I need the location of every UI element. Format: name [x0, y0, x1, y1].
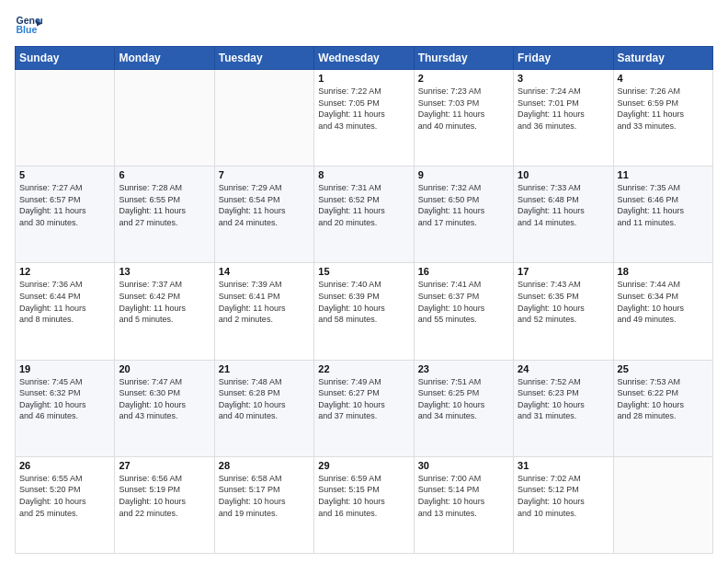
day-info: Sunrise: 6:56 AM Sunset: 5:19 PM Dayligh…: [119, 473, 210, 519]
calendar-table: SundayMondayTuesdayWednesdayThursdayFrid…: [15, 46, 713, 554]
day-info: Sunrise: 7:00 AM Sunset: 5:14 PM Dayligh…: [418, 473, 509, 519]
calendar-cell: 27Sunrise: 6:56 AM Sunset: 5:19 PM Dayli…: [115, 456, 214, 553]
calendar-cell: 31Sunrise: 7:02 AM Sunset: 5:12 PM Dayli…: [514, 456, 613, 553]
calendar-cell: 16Sunrise: 7:41 AM Sunset: 6:37 PM Dayli…: [414, 263, 513, 360]
day-number: 28: [219, 460, 310, 471]
day-number: 20: [119, 363, 210, 374]
day-number: 1: [318, 73, 409, 84]
day-info: Sunrise: 7:29 AM Sunset: 6:54 PM Dayligh…: [219, 182, 310, 228]
calendar-cell: 28Sunrise: 6:58 AM Sunset: 5:17 PM Dayli…: [214, 456, 313, 553]
day-info: Sunrise: 7:27 AM Sunset: 6:57 PM Dayligh…: [19, 182, 110, 228]
day-info: Sunrise: 7:35 AM Sunset: 6:46 PM Dayligh…: [618, 182, 709, 228]
day-number: 13: [119, 266, 210, 277]
day-info: Sunrise: 7:40 AM Sunset: 6:39 PM Dayligh…: [318, 279, 409, 325]
calendar-cell: 1Sunrise: 7:22 AM Sunset: 7:05 PM Daylig…: [314, 70, 414, 167]
calendar-cell: 5Sunrise: 7:27 AM Sunset: 6:57 PM Daylig…: [16, 167, 115, 263]
day-number: 9: [418, 169, 509, 180]
day-number: 2: [418, 73, 509, 84]
calendar-cell: 26Sunrise: 6:55 AM Sunset: 5:20 PM Dayli…: [16, 456, 115, 553]
day-number: 25: [618, 363, 709, 374]
day-info: Sunrise: 7:23 AM Sunset: 7:03 PM Dayligh…: [418, 86, 509, 132]
calendar-week-5: 26Sunrise: 6:55 AM Sunset: 5:20 PM Dayli…: [16, 456, 713, 553]
weekday-header-row: SundayMondayTuesdayWednesdayThursdayFrid…: [16, 47, 713, 70]
day-info: Sunrise: 7:24 AM Sunset: 7:01 PM Dayligh…: [518, 86, 609, 132]
calendar-cell: 24Sunrise: 7:52 AM Sunset: 6:23 PM Dayli…: [514, 360, 613, 456]
day-number: 19: [19, 363, 110, 374]
calendar-week-1: 1Sunrise: 7:22 AM Sunset: 7:05 PM Daylig…: [16, 70, 713, 167]
calendar-cell: 18Sunrise: 7:44 AM Sunset: 6:34 PM Dayli…: [613, 263, 712, 360]
calendar-cell: 22Sunrise: 7:49 AM Sunset: 6:27 PM Dayli…: [314, 360, 414, 456]
weekday-wednesday: Wednesday: [314, 47, 414, 70]
calendar-cell: 29Sunrise: 6:59 AM Sunset: 5:15 PM Dayli…: [314, 456, 414, 553]
day-number: 21: [219, 363, 310, 374]
day-info: Sunrise: 7:45 AM Sunset: 6:32 PM Dayligh…: [19, 376, 110, 422]
day-info: Sunrise: 7:48 AM Sunset: 6:28 PM Dayligh…: [219, 376, 310, 422]
day-info: Sunrise: 7:37 AM Sunset: 6:42 PM Dayligh…: [119, 279, 210, 325]
calendar-cell: [214, 70, 313, 167]
day-info: Sunrise: 6:55 AM Sunset: 5:20 PM Dayligh…: [19, 473, 110, 519]
day-number: 12: [19, 266, 110, 277]
logo-icon: General Blue: [15, 11, 42, 39]
day-number: 27: [119, 460, 210, 471]
calendar-week-3: 12Sunrise: 7:36 AM Sunset: 6:44 PM Dayli…: [16, 263, 713, 360]
day-info: Sunrise: 7:49 AM Sunset: 6:27 PM Dayligh…: [318, 376, 409, 422]
day-number: 11: [618, 169, 709, 180]
calendar-cell: 13Sunrise: 7:37 AM Sunset: 6:42 PM Dayli…: [115, 263, 214, 360]
day-info: Sunrise: 7:41 AM Sunset: 6:37 PM Dayligh…: [418, 279, 509, 325]
day-info: Sunrise: 7:26 AM Sunset: 6:59 PM Dayligh…: [618, 86, 709, 132]
day-info: Sunrise: 7:28 AM Sunset: 6:55 PM Dayligh…: [119, 182, 210, 228]
calendar-cell: 11Sunrise: 7:35 AM Sunset: 6:46 PM Dayli…: [613, 167, 712, 263]
day-number: 14: [219, 266, 310, 277]
page: General Blue SundayMondayTuesdayWednesda…: [0, 0, 728, 563]
calendar-cell: 15Sunrise: 7:40 AM Sunset: 6:39 PM Dayli…: [314, 263, 414, 360]
calendar-cell: [16, 70, 115, 167]
day-number: 23: [418, 363, 509, 374]
day-number: 22: [318, 363, 409, 374]
calendar-cell: 8Sunrise: 7:31 AM Sunset: 6:52 PM Daylig…: [314, 167, 414, 263]
calendar-cell: [613, 456, 712, 553]
calendar-cell: 20Sunrise: 7:47 AM Sunset: 6:30 PM Dayli…: [115, 360, 214, 456]
calendar-cell: 6Sunrise: 7:28 AM Sunset: 6:55 PM Daylig…: [115, 167, 214, 263]
weekday-thursday: Thursday: [414, 47, 513, 70]
header: General Blue: [15, 11, 713, 39]
calendar-cell: 3Sunrise: 7:24 AM Sunset: 7:01 PM Daylig…: [514, 70, 613, 167]
calendar-week-2: 5Sunrise: 7:27 AM Sunset: 6:57 PM Daylig…: [16, 167, 713, 263]
day-number: 24: [518, 363, 609, 374]
day-number: 17: [518, 266, 609, 277]
day-info: Sunrise: 7:32 AM Sunset: 6:50 PM Dayligh…: [418, 182, 509, 228]
calendar-cell: 17Sunrise: 7:43 AM Sunset: 6:35 PM Dayli…: [514, 263, 613, 360]
day-number: 7: [219, 169, 310, 180]
day-info: Sunrise: 7:44 AM Sunset: 6:34 PM Dayligh…: [618, 279, 709, 325]
day-info: Sunrise: 7:22 AM Sunset: 7:05 PM Dayligh…: [318, 86, 409, 132]
day-number: 6: [119, 169, 210, 180]
calendar-cell: 21Sunrise: 7:48 AM Sunset: 6:28 PM Dayli…: [214, 360, 313, 456]
day-number: 10: [518, 169, 609, 180]
day-number: 18: [618, 266, 709, 277]
day-number: 8: [318, 169, 409, 180]
day-number: 26: [19, 460, 110, 471]
day-info: Sunrise: 7:52 AM Sunset: 6:23 PM Dayligh…: [518, 376, 609, 422]
day-info: Sunrise: 7:39 AM Sunset: 6:41 PM Dayligh…: [219, 279, 310, 325]
calendar-cell: 4Sunrise: 7:26 AM Sunset: 6:59 PM Daylig…: [613, 70, 712, 167]
weekday-saturday: Saturday: [613, 47, 712, 70]
weekday-sunday: Sunday: [16, 47, 115, 70]
day-info: Sunrise: 6:59 AM Sunset: 5:15 PM Dayligh…: [318, 473, 409, 519]
day-info: Sunrise: 7:51 AM Sunset: 6:25 PM Dayligh…: [418, 376, 509, 422]
calendar-cell: 7Sunrise: 7:29 AM Sunset: 6:54 PM Daylig…: [214, 167, 313, 263]
day-number: 3: [518, 73, 609, 84]
day-info: Sunrise: 7:02 AM Sunset: 5:12 PM Dayligh…: [518, 473, 609, 519]
calendar-cell: 9Sunrise: 7:32 AM Sunset: 6:50 PM Daylig…: [414, 167, 513, 263]
calendar-cell: 23Sunrise: 7:51 AM Sunset: 6:25 PM Dayli…: [414, 360, 513, 456]
day-info: Sunrise: 6:58 AM Sunset: 5:17 PM Dayligh…: [219, 473, 310, 519]
calendar-cell: 19Sunrise: 7:45 AM Sunset: 6:32 PM Dayli…: [16, 360, 115, 456]
logo: General Blue: [15, 11, 42, 39]
day-number: 31: [518, 460, 609, 471]
day-info: Sunrise: 7:43 AM Sunset: 6:35 PM Dayligh…: [518, 279, 609, 325]
day-info: Sunrise: 7:47 AM Sunset: 6:30 PM Dayligh…: [119, 376, 210, 422]
weekday-tuesday: Tuesday: [214, 47, 313, 70]
day-info: Sunrise: 7:53 AM Sunset: 6:22 PM Dayligh…: [618, 376, 709, 422]
calendar-cell: 10Sunrise: 7:33 AM Sunset: 6:48 PM Dayli…: [514, 167, 613, 263]
day-info: Sunrise: 7:33 AM Sunset: 6:48 PM Dayligh…: [518, 182, 609, 228]
day-number: 16: [418, 266, 509, 277]
day-number: 15: [318, 266, 409, 277]
